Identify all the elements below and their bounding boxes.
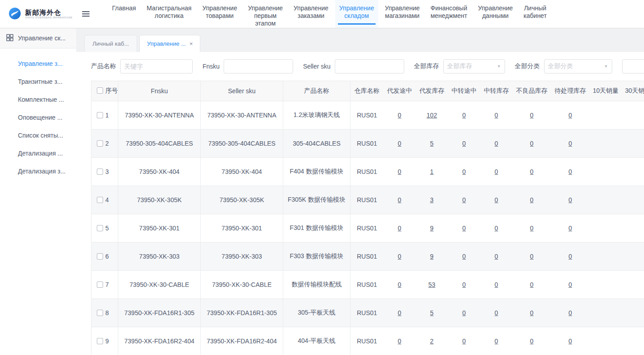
stock-value-link[interactable]: 0 xyxy=(495,225,498,232)
stock-cell: 0 xyxy=(551,158,590,186)
top-nav-item[interactable]: Магистральная логистика xyxy=(143,0,195,28)
stock-value-link[interactable]: 0 xyxy=(398,253,402,260)
sidebar-item[interactable]: Список сняты... xyxy=(0,126,76,144)
top-nav-item[interactable]: Управление первым этапом xyxy=(244,0,287,28)
stock-value-link[interactable]: 0 xyxy=(495,196,498,203)
stock-value-link[interactable]: 0 xyxy=(398,281,402,288)
row-checkbox[interactable] xyxy=(97,169,103,175)
stock-value-link[interactable]: 0 xyxy=(398,225,402,232)
stock-value-link[interactable]: 0 xyxy=(462,309,466,316)
sidebar-item[interactable]: Детализация ... xyxy=(0,144,76,162)
top-nav-item[interactable]: Управление данными xyxy=(474,0,517,28)
stock-value-link[interactable]: 5 xyxy=(430,140,434,147)
row-checkbox[interactable] xyxy=(97,338,103,344)
stock-value-link[interactable]: 0 xyxy=(398,168,402,175)
column-header: Fnsku xyxy=(118,81,201,101)
filter-input[interactable] xyxy=(622,59,644,74)
top-nav-item[interactable]: Управление складом xyxy=(335,0,378,28)
stock-value-link[interactable]: 0 xyxy=(462,281,466,288)
stock-value-link[interactable]: 0 xyxy=(495,112,498,119)
stock-value-link[interactable]: 102 xyxy=(427,112,437,119)
stock-cell: 0 xyxy=(513,327,551,355)
stock-value-link[interactable]: 0 xyxy=(569,225,572,232)
sidebar-toggle-button[interactable] xyxy=(76,0,95,28)
stock-value-link[interactable]: 3 xyxy=(430,196,434,203)
filter-input[interactable] xyxy=(335,59,404,74)
stock-value-link[interactable]: 0 xyxy=(462,168,466,175)
sidebar-item[interactable]: Комплектные ... xyxy=(0,91,76,108)
stock-value-link[interactable]: 2 xyxy=(430,338,434,345)
stock-cell: 0 xyxy=(480,214,513,242)
stock-value-link[interactable]: 0 xyxy=(462,253,466,260)
stock-value-link[interactable]: 0 xyxy=(569,309,572,316)
sidebar-item[interactable]: Управление з... xyxy=(0,55,76,73)
stock-value-link[interactable]: 0 xyxy=(530,225,534,232)
stock-value-link[interactable]: 0 xyxy=(569,140,572,147)
stock-value-link[interactable]: 0 xyxy=(569,253,572,260)
stock-value-link[interactable]: 0 xyxy=(495,281,498,288)
stock-value-link[interactable]: 0 xyxy=(495,338,498,345)
stock-value-link[interactable]: 0 xyxy=(530,196,534,203)
stock-value-link[interactable]: 53 xyxy=(428,281,436,288)
filter-input[interactable] xyxy=(224,59,293,74)
stock-value-link[interactable]: 1 xyxy=(430,168,434,175)
stock-value-link[interactable]: 0 xyxy=(495,168,498,175)
stock-value-link[interactable]: 5 xyxy=(430,309,434,316)
stock-value-link[interactable]: 9 xyxy=(430,225,434,232)
stock-value-link[interactable]: 0 xyxy=(462,196,466,203)
stock-value-link[interactable]: 0 xyxy=(398,338,402,345)
stock-value-link[interactable]: 0 xyxy=(530,309,534,316)
stock-value-link[interactable]: 0 xyxy=(530,168,534,175)
row-checkbox[interactable] xyxy=(97,310,103,316)
stock-value-link[interactable]: 0 xyxy=(569,112,572,119)
stock-value-link[interactable]: 0 xyxy=(569,196,572,203)
stock-value-link[interactable]: 0 xyxy=(495,140,498,147)
warehouse-cell: RUS01 xyxy=(350,130,384,158)
sidebar-item[interactable]: Оповещение ... xyxy=(0,108,76,126)
tab-close-icon[interactable]: × xyxy=(190,41,193,47)
sidebar-header[interactable]: Управление ск... xyxy=(0,28,76,48)
stock-value-link[interactable]: 0 xyxy=(495,309,498,316)
top-nav-item[interactable]: Главная xyxy=(108,0,140,28)
stock-value-link[interactable]: 0 xyxy=(462,225,466,232)
top-nav-item[interactable]: Управление товарами xyxy=(198,0,241,28)
column-header: 中转库存 xyxy=(480,81,513,101)
tab[interactable]: Управление ... × xyxy=(139,35,200,52)
stock-value-link[interactable]: 0 xyxy=(530,112,534,119)
stock-value-link[interactable]: 0 xyxy=(495,253,498,260)
filter-select[interactable]: 全部库存 ▼ xyxy=(443,59,505,74)
row-checkbox[interactable] xyxy=(97,140,103,147)
stock-value-link[interactable]: 0 xyxy=(530,281,534,288)
sidebar-item[interactable]: Транзитные з... xyxy=(0,73,76,91)
stock-value-link[interactable]: 0 xyxy=(569,281,572,288)
product-name-cell: 1.2米玻璃钢天线 xyxy=(283,101,350,130)
stock-value-link[interactable]: 9 xyxy=(430,253,434,260)
row-checkbox[interactable] xyxy=(97,225,103,231)
row-checkbox[interactable] xyxy=(97,197,103,203)
top-nav-item[interactable]: Управление магазинами xyxy=(381,0,424,28)
stock-value-link[interactable]: 0 xyxy=(398,196,402,203)
stock-value-link[interactable]: 0 xyxy=(462,140,466,147)
select-all-checkbox[interactable] xyxy=(97,87,103,94)
stock-value-link[interactable]: 0 xyxy=(569,168,572,175)
top-nav-item[interactable]: Финансовый менеджмент xyxy=(427,0,471,28)
filter-select[interactable]: 全部分类 ▼ xyxy=(544,59,612,74)
stock-value-link[interactable]: 0 xyxy=(530,140,534,147)
stock-value-link[interactable]: 0 xyxy=(530,253,534,260)
stock-value-link[interactable]: 0 xyxy=(462,112,466,119)
tab[interactable]: Личный каб... xyxy=(84,35,137,52)
top-nav-item[interactable]: Личный кабинет xyxy=(519,0,551,28)
stock-value-link[interactable]: 0 xyxy=(462,338,466,345)
stock-value-link[interactable]: 0 xyxy=(530,338,534,345)
row-checkbox[interactable] xyxy=(97,112,103,118)
row-checkbox[interactable] xyxy=(97,281,103,288)
top-nav-item[interactable]: Управление заказами xyxy=(290,0,333,28)
filter-input[interactable] xyxy=(120,59,193,74)
stock-value-link[interactable]: 0 xyxy=(398,140,402,147)
product-name-cell: F404 数据传输模块 xyxy=(283,158,350,186)
stock-value-link[interactable]: 0 xyxy=(398,309,402,316)
stock-value-link[interactable]: 0 xyxy=(569,338,572,345)
row-checkbox[interactable] xyxy=(97,253,103,260)
stock-value-link[interactable]: 0 xyxy=(398,112,402,119)
sidebar-item[interactable]: Детализация з... xyxy=(0,162,76,180)
